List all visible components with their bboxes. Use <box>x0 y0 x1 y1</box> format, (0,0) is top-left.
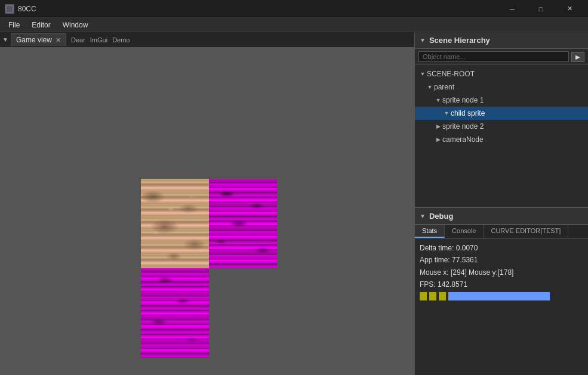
tree-node-camera[interactable]: ▶ cameraNode <box>415 133 588 146</box>
parent-label: parent <box>434 83 454 91</box>
tab-bar: ▼ Game view ✕ Dear ImGui Demo <box>0 32 414 48</box>
search-input[interactable] <box>418 51 569 62</box>
debug-tab-console[interactable]: Console <box>445 225 484 238</box>
debug-tab-curve-editor[interactable]: CURVE EDITOR[TEST] <box>484 225 568 238</box>
svg-rect-0 <box>6 5 13 13</box>
scene-root-label: SCENE-ROOT <box>427 70 475 78</box>
maximize-button[interactable]: □ <box>527 0 555 18</box>
fps-bar-container <box>420 292 583 300</box>
title-bar: 80CC ─ □ ✕ <box>0 0 588 18</box>
left-panel: ▼ Game view ✕ Dear ImGui Demo <box>0 32 415 375</box>
child-sprite-label: child sprite <box>451 109 485 117</box>
game-viewport[interactable] <box>0 48 414 375</box>
parent-arrow: ▼ <box>426 84 434 90</box>
fps-row: FPS: 142.8571 <box>420 278 583 290</box>
debug-content: Delta time: 0.0070 App time: 77.5361 Mou… <box>415 238 588 375</box>
debug-title: Debug <box>429 212 453 221</box>
tree-node-parent[interactable]: ▼ parent <box>415 80 588 94</box>
tree-node-scene-root[interactable]: ▼ SCENE-ROOT <box>415 67 588 80</box>
game-view-tab[interactable]: Game view ✕ <box>11 33 66 46</box>
sprite-quadrant-bottomleft <box>141 268 209 358</box>
menu-window[interactable]: Window <box>57 20 94 30</box>
sprite-quadrant-bottomright <box>209 268 277 358</box>
mouse-row: Mouse x: [294] Mouse y:[178] <box>420 266 583 278</box>
fps-label: FPS: <box>420 280 436 289</box>
delta-time-label: Delta time: <box>420 244 454 252</box>
debug-panel-header: ▼ Debug <box>415 208 588 225</box>
menu-editor[interactable]: Editor <box>26 20 56 30</box>
menu-bar: File Editor Window <box>0 18 588 32</box>
menu-file[interactable]: File <box>2 20 26 30</box>
app-title: 80CC <box>18 5 498 13</box>
sprite1-label: sprite node 1 <box>442 96 484 104</box>
scene-hierarchy: ▼ Scene Hierarchy ▶ ▼ SCENE-ROOT ▼ par <box>415 32 588 208</box>
sprite1-arrow: ▼ <box>434 97 442 103</box>
camera-arrow: ▶ <box>434 137 442 142</box>
imgui-tab-label[interactable]: ImGui <box>90 36 107 44</box>
tab-arrow[interactable]: ▼ <box>2 36 8 43</box>
sprite-container <box>141 179 277 358</box>
app-icon <box>5 4 14 14</box>
app-time-value: 77.5361 <box>452 256 478 264</box>
delta-time-value: 0.0070 <box>456 244 478 252</box>
search-bar: ▶ <box>415 49 588 65</box>
scene-hierarchy-header: ▼ Scene Hierarchy <box>415 32 588 49</box>
minimize-button[interactable]: ─ <box>498 0 526 18</box>
demo-tab-label[interactable]: Demo <box>112 36 130 44</box>
tab-close-icon[interactable]: ✕ <box>56 36 61 44</box>
debug-chevron: ▼ <box>420 213 426 219</box>
scene-root-arrow: ▼ <box>418 71 427 77</box>
window-controls: ─ □ ✕ <box>498 0 583 18</box>
fps-bar-1 <box>420 292 427 300</box>
sprite-quadrant-topleft <box>141 179 209 268</box>
dear-tab-label[interactable]: Dear <box>71 36 85 44</box>
scene-tree[interactable]: ▼ SCENE-ROOT ▼ parent ▼ sprite node 1 <box>415 65 588 207</box>
delta-time-row: Delta time: 0.0070 <box>420 242 583 254</box>
right-panel: ▼ Scene Hierarchy ▶ ▼ SCENE-ROOT ▼ par <box>415 32 588 375</box>
fps-value: 142.8571 <box>438 280 467 289</box>
search-execute-button[interactable]: ▶ <box>571 52 584 62</box>
debug-tab-stats[interactable]: Stats <box>415 225 445 238</box>
scene-hierarchy-title: Scene Hierarchy <box>429 36 490 45</box>
app-time-row: App time: 77.5361 <box>420 254 583 266</box>
tree-node-child-sprite[interactable]: ▼ child sprite <box>415 107 588 120</box>
sprite2-arrow: ▶ <box>434 123 442 129</box>
debug-panel: ▼ Debug Stats Console CURVE EDITOR[TEST]… <box>415 208 588 375</box>
game-view-tab-label: Game view <box>16 36 52 44</box>
sprite-quadrant-topright <box>209 179 277 268</box>
app-time-label: App time: <box>420 256 450 264</box>
tree-node-sprite2[interactable]: ▶ sprite node 2 <box>415 120 588 133</box>
debug-tabs: Stats Console CURVE EDITOR[TEST] <box>415 225 588 238</box>
sprite2-label: sprite node 2 <box>442 122 484 131</box>
tree-node-sprite1[interactable]: ▼ sprite node 1 <box>415 94 588 107</box>
close-button[interactable]: ✕ <box>556 0 583 18</box>
main-layout: ▼ Game view ✕ Dear ImGui Demo ▼ Scene <box>0 32 588 375</box>
scene-hierarchy-chevron: ▼ <box>420 37 426 44</box>
fps-bar-2 <box>429 292 436 300</box>
camera-label: cameraNode <box>442 135 484 144</box>
child-sprite-arrow: ▼ <box>442 110 451 116</box>
mouse-coords: Mouse x: [294] Mouse y:[178] <box>420 268 513 277</box>
fps-bar-fill <box>448 292 550 300</box>
fps-bar-3 <box>439 292 446 300</box>
